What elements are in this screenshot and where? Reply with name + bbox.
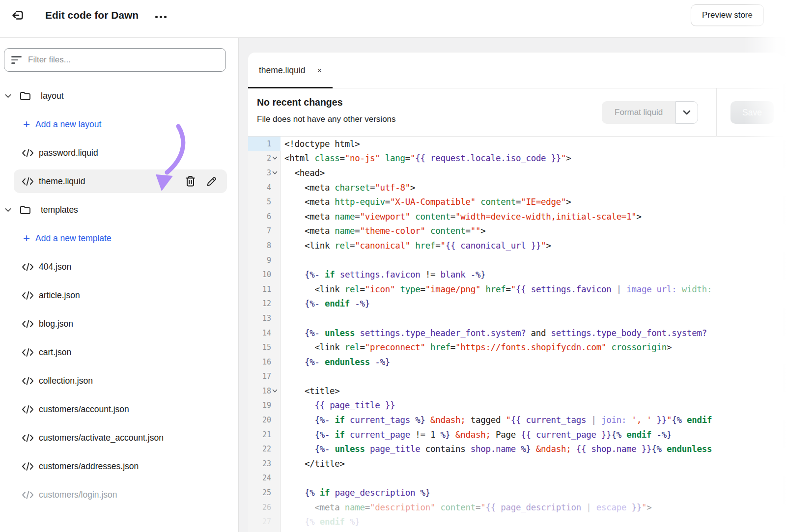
add-a-new-layout[interactable]: +Add a new layout	[0, 110, 239, 139]
code-line-24[interactable]: 24	[248, 471, 783, 486]
code-line-18[interactable]: 18 <title>	[248, 384, 783, 398]
code-line-5[interactable]: 5 <meta http-equiv="X-UA-Compatible" con…	[248, 195, 783, 209]
line-number: 18	[262, 387, 271, 395]
code-line-1[interactable]: 1 <!doctype html>	[248, 137, 783, 151]
item-label: customers/account.json	[39, 404, 129, 415]
code-line-2[interactable]: 2 <html class="no-js" lang="{{ request.l…	[248, 151, 783, 166]
pencil-icon[interactable]	[206, 176, 217, 187]
code-line-3[interactable]: 3 <head>	[248, 166, 783, 180]
file-item-customers-account-json[interactable]: customers/account.json	[0, 395, 239, 423]
line-number-cell: 16	[248, 355, 281, 369]
code-text: {%- if settings.favicon != blank -%}	[281, 270, 783, 280]
chevron-down-icon[interactable]	[5, 94, 12, 98]
code-line-13[interactable]: 13	[248, 311, 783, 326]
file-item-cart-json[interactable]: cart.json	[0, 338, 239, 366]
tab-theme-liquid[interactable]: theme.liquid ×	[248, 53, 333, 88]
code-line-27[interactable]: 27 {% endif %}	[248, 514, 783, 529]
file-item-article-json[interactable]: article.json	[0, 281, 239, 309]
format-liquid-button[interactable]: Format liquid	[602, 101, 675, 124]
line-number-cell: 19	[248, 398, 281, 413]
filter-files-box[interactable]	[4, 48, 226, 72]
line-number-cell: 3	[248, 166, 281, 180]
line-number: 23	[262, 459, 271, 468]
file-item-customers-login-json[interactable]: customers/login.json	[0, 480, 239, 509]
code-line-20[interactable]: 20 {%- if current_tags %} &ndash; tagged…	[248, 413, 783, 427]
code-line-7[interactable]: 7 <meta name="theme-color" content="">	[248, 224, 783, 239]
file-item-404-json[interactable]: 404.json	[0, 252, 239, 281]
code-text: <meta name="theme-color" content="">	[281, 226, 783, 236]
fold-chevron-icon[interactable]	[271, 171, 279, 175]
code-editor[interactable]: 1 <!doctype html>2 <html class="no-js" l…	[248, 137, 783, 532]
code-text: <link rel="canonical" href="{{ canonical…	[281, 241, 783, 251]
line-number: 19	[262, 401, 271, 410]
code-line-19[interactable]: 19 {{ page_title }}	[248, 398, 783, 413]
code-text: <head>	[281, 168, 783, 178]
fold-chevron-icon[interactable]	[271, 156, 279, 160]
line-number-cell: 9	[248, 253, 281, 268]
code-file-icon	[22, 348, 34, 357]
line-number: 15	[262, 343, 271, 352]
line-number: 25	[262, 488, 271, 497]
line-number: 20	[262, 416, 271, 424]
code-line-9[interactable]: 9	[248, 253, 783, 268]
save-button[interactable]: Save	[730, 101, 774, 124]
folder-layout[interactable]: layout	[0, 82, 239, 110]
format-liquid-split-button: Format liquid	[602, 101, 698, 124]
code-line-22[interactable]: 22 {%- unless page_title contains shop.n…	[248, 442, 783, 456]
filter-files-input[interactable]	[28, 55, 219, 65]
preview-store-button[interactable]: Preview store	[691, 4, 764, 26]
code-text: {% if page_description %}	[281, 488, 783, 498]
line-number-cell: 27	[248, 514, 281, 529]
file-item-customers-addresses-json[interactable]: customers/addresses.json	[0, 452, 239, 480]
line-number-cell: 20	[248, 413, 281, 427]
more-menu-dot	[160, 16, 162, 18]
code-line-26[interactable]: 26 <meta name="description" content="{{ …	[248, 500, 783, 515]
line-number-cell: 12	[248, 297, 281, 311]
file-item-customers-activate-account-json[interactable]: customers/activate_account.json	[0, 423, 239, 452]
line-number: 6	[267, 212, 271, 221]
fold-chevron-icon[interactable]	[271, 389, 279, 393]
line-number-cell: 25	[248, 485, 281, 500]
close-icon[interactable]: ×	[317, 66, 322, 75]
file-item-blog-json[interactable]: blog.json	[0, 309, 239, 338]
line-number: 22	[262, 445, 271, 453]
line-number: 10	[262, 270, 271, 279]
file-item-collection-json[interactable]: collection.json	[0, 366, 239, 395]
code-line-12[interactable]: 12 {%- endif -%}	[248, 297, 783, 311]
trash-icon[interactable]	[185, 175, 196, 187]
add-a-new-template[interactable]: +Add a new template	[0, 224, 239, 252]
file-item-password-liquid[interactable]: password.liquid	[0, 139, 239, 167]
line-number-cell: 18	[248, 384, 281, 398]
code-text: <meta charset="utf-8">	[281, 183, 783, 193]
code-line-25[interactable]: 25 {% if page_description %}	[248, 485, 783, 500]
code-line-17[interactable]: 17	[248, 369, 783, 384]
chevron-down-icon[interactable]	[5, 208, 12, 212]
folder-templates[interactable]: templates	[0, 196, 239, 224]
code-text: <link rel="preconnect" href="https://fon…	[281, 342, 783, 352]
code-text: <link rel="icon" type="image/png" href="…	[281, 284, 783, 294]
code-line-11[interactable]: 11 <link rel="icon" type="image/png" hre…	[248, 282, 783, 297]
line-number-cell: 17	[248, 369, 281, 384]
format-liquid-dropdown[interactable]	[675, 101, 698, 124]
code-line-14[interactable]: 14 {%- unless settings.type_header_font.…	[248, 326, 783, 340]
code-line-16[interactable]: 16 {%- endunless -%}	[248, 355, 783, 369]
exit-button[interactable]	[9, 7, 28, 26]
code-file-icon	[22, 377, 34, 385]
code-line-23[interactable]: 23 </title>	[248, 456, 783, 471]
code-line-10[interactable]: 10 {%- if settings.favicon != blank -%}	[248, 267, 783, 282]
line-number: 9	[267, 256, 271, 265]
line-number-cell: 4	[248, 180, 281, 195]
line-number-cell: 23	[248, 456, 281, 471]
line-number-cell: 13	[248, 311, 281, 326]
code-line-15[interactable]: 15 <link rel="preconnect" href="https://…	[248, 340, 783, 355]
line-number: 7	[267, 226, 271, 235]
code-line-21[interactable]: 21 {%- if current_page != 1 %} &ndash; P…	[248, 427, 783, 442]
code-text: </title>	[281, 459, 783, 469]
code-line-6[interactable]: 6 <meta name="viewport" content="width=d…	[248, 209, 783, 224]
more-menu-button[interactable]	[153, 10, 168, 24]
code-text: {% endif %}	[281, 517, 783, 527]
code-line-4[interactable]: 4 <meta charset="utf-8">	[248, 180, 783, 195]
line-number: 1	[267, 140, 271, 148]
file-item-theme-liquid[interactable]: theme.liquid	[0, 167, 239, 196]
code-line-8[interactable]: 8 <link rel="canonical" href="{{ canonic…	[248, 238, 783, 253]
